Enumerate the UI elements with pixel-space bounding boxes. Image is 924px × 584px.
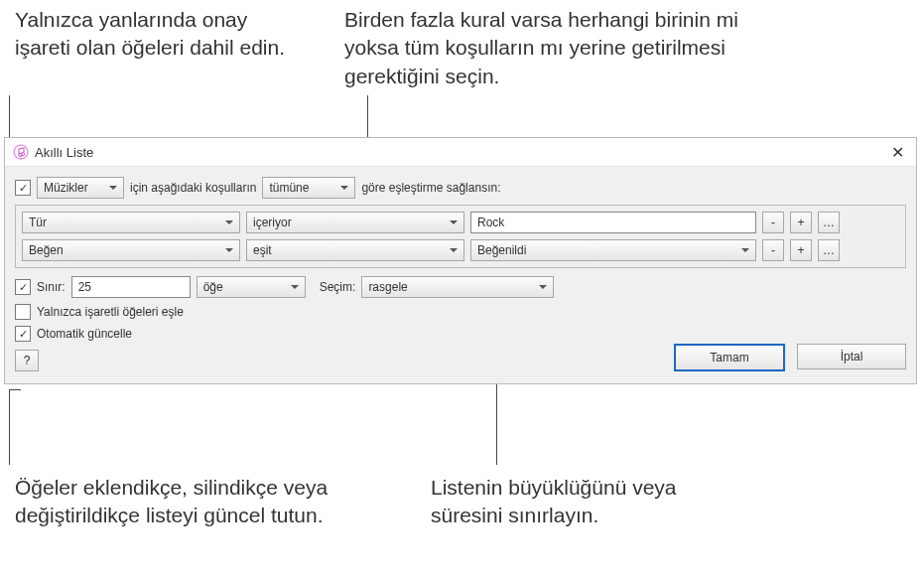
source-select[interactable]: Müzikler	[37, 177, 124, 199]
callout-text: Yalnızca yanlarında onay işareti olan öğ…	[15, 6, 303, 63]
live-update-checkbox[interactable]	[15, 326, 31, 342]
window-title: Akıllı Liste	[35, 145, 887, 160]
callout-text: Öğeler eklendikçe, silindikçe veya değiş…	[15, 474, 372, 530]
titlebar: Akıllı Liste ✕	[5, 138, 916, 167]
close-icon[interactable]: ✕	[887, 143, 908, 162]
dialog-body: Müzikler için aşağıdaki koşulların tümün…	[5, 167, 916, 383]
callout-text: Listenin büyüklüğünü veya süresini sınır…	[431, 474, 728, 530]
rule-field-select[interactable]: Beğen	[22, 239, 240, 261]
rule-remove-button[interactable]: -	[762, 239, 784, 261]
match-mode-select[interactable]: tümüne	[262, 177, 355, 199]
rule-value-input[interactable]: Rock	[470, 212, 756, 233]
itunes-icon	[13, 144, 29, 160]
limit-label: Sınır:	[37, 280, 66, 294]
rule-add-button[interactable]: +	[790, 239, 812, 261]
rule-remove-button[interactable]: -	[762, 212, 784, 233]
match-enabled-checkbox[interactable]	[15, 180, 31, 196]
only-checked-checkbox[interactable]	[15, 304, 31, 320]
match-text-2: göre eşleştirme sağlansın:	[361, 181, 500, 195]
only-checked-label: Yalnızca işaretli öğeleri eşle	[37, 305, 184, 319]
ok-button[interactable]: Tamam	[674, 344, 785, 371]
callout-text: Birden fazla kural varsa herhangi birini…	[344, 6, 761, 90]
rule-field-select[interactable]: Tür	[22, 212, 240, 233]
rule-row: Beğen eşit Beğenildi - + …	[22, 239, 899, 261]
rules-container: Tür içeriyor Rock - + … Beğen eşit Beğen…	[15, 205, 906, 268]
cancel-button[interactable]: İptal	[797, 344, 906, 369]
live-update-label: Otomatik güncelle	[37, 327, 132, 341]
rule-more-button[interactable]: …	[818, 212, 840, 233]
rule-add-button[interactable]: +	[790, 212, 812, 233]
rule-operator-select[interactable]: içeriyor	[246, 212, 464, 233]
rule-row: Tür içeriyor Rock - + …	[22, 212, 899, 233]
rule-value-select[interactable]: Beğenildi	[470, 239, 756, 261]
selection-mode-select[interactable]: rasgele	[361, 276, 554, 298]
rule-more-button[interactable]: …	[818, 239, 840, 261]
limit-checkbox[interactable]	[15, 279, 31, 295]
help-button[interactable]: ?	[15, 350, 39, 371]
limit-unit-select[interactable]: öğe	[197, 276, 306, 298]
smart-playlist-dialog: Akıllı Liste ✕ Müzikler için aşağıdaki k…	[4, 137, 917, 384]
match-text-1: için aşağıdaki koşulların	[130, 181, 256, 195]
limit-value-input[interactable]: 25	[71, 276, 191, 298]
selection-label: Seçim:	[320, 280, 356, 294]
rule-operator-select[interactable]: eşit	[246, 239, 464, 261]
